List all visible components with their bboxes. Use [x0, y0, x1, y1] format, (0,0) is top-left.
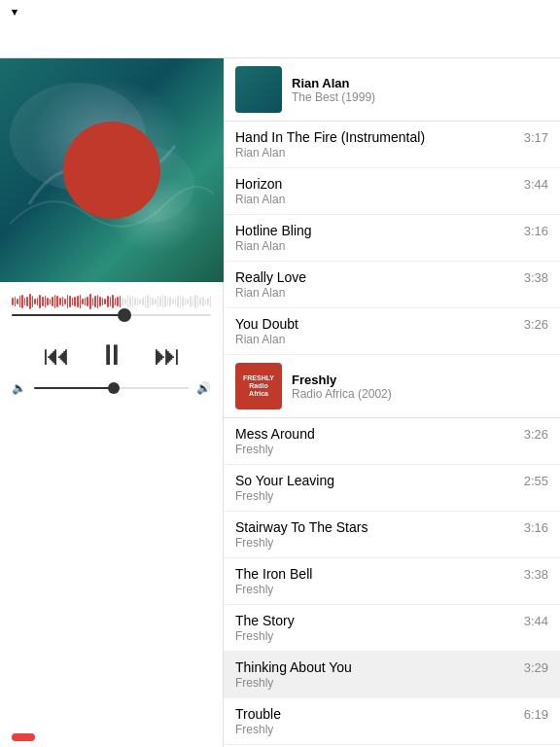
album-header-rian-name: Rian Alan — [292, 76, 375, 90]
carrier-text: ▾ — [12, 6, 18, 18]
repeat-button[interactable] — [12, 733, 35, 741]
album-thumb-freshly-bg: FRESHLYRadioAfrica — [235, 363, 282, 409]
player-panel: ⏮ ⏸ ⏭ 🔈 🔊 — [0, 58, 224, 747]
song-item[interactable]: Really Love 3:38 Rian Alan — [224, 262, 560, 308]
song-title: The Iron Bell — [235, 566, 312, 582]
song-artist: Freshly — [235, 676, 548, 690]
top-nav — [0, 23, 560, 58]
song-title: You Doubt — [235, 316, 298, 332]
song-artist: Rian Alan — [235, 193, 548, 206]
main-container: ⏮ ⏸ ⏭ 🔈 🔊 Rian Alan The — [0, 58, 560, 747]
pause-button[interactable]: ⏸ — [97, 338, 126, 372]
song-item-row: Stairway To The Stars 3:16 — [235, 519, 548, 535]
album-header-rian-year: The Best (1999) — [292, 90, 375, 104]
song-duration: 3:26 — [524, 427, 548, 442]
album-header-freshly: FRESHLYRadioAfrica Freshly Radio Africa … — [224, 355, 560, 418]
song-artist: Freshly — [235, 723, 548, 736]
song-item[interactable]: Horizon 3:44 Rian Alan — [224, 168, 560, 215]
song-item-row: Trouble 6:19 — [235, 706, 548, 722]
song-artist: Rian Alan — [235, 286, 548, 300]
song-duration: 3:38 — [524, 270, 548, 285]
song-artist: Freshly — [235, 629, 548, 643]
song-artist: Freshly — [235, 443, 548, 456]
song-title: Really Love — [235, 269, 306, 285]
song-title: Horizon — [235, 176, 282, 192]
track-info — [104, 324, 120, 333]
song-item-row: You Doubt 3:26 — [235, 316, 548, 332]
song-list-panel[interactable]: Rian Alan The Best (1999) Hand In The Fi… — [224, 58, 560, 747]
song-title: Mess Around — [235, 426, 315, 442]
bottom-actions — [0, 728, 223, 747]
song-item-row: So Your Leaving 2:55 — [235, 473, 548, 488]
fast-forward-button[interactable]: ⏭ — [154, 339, 181, 372]
song-item[interactable]: Hotline Bling 3:16 Rian Alan — [224, 215, 560, 262]
rewind-button[interactable]: ⏮ — [43, 339, 70, 372]
volume-max-icon: 🔊 — [196, 381, 211, 395]
song-item-row: Hotline Bling 3:16 — [235, 223, 548, 238]
song-title: So Your Leaving — [235, 473, 334, 488]
song-item[interactable]: Mess Around 3:26 Freshly — [224, 418, 560, 465]
album-header-freshly-name: Freshly — [292, 373, 392, 387]
progress-section — [0, 282, 223, 324]
song-item[interactable]: Thinking About You 3:29 Freshly — [224, 652, 560, 698]
volume-thumb[interactable] — [108, 382, 120, 394]
album-header-rian: Rian Alan The Best (1999) — [224, 58, 560, 122]
song-duration: 3:38 — [524, 567, 548, 582]
song-duration: 3:29 — [524, 660, 548, 675]
song-duration: 6:19 — [524, 707, 548, 722]
volume-min-icon: 🔈 — [12, 381, 26, 395]
song-duration: 3:16 — [524, 520, 548, 535]
album-header-rian-info: Rian Alan The Best (1999) — [292, 76, 375, 104]
song-item-row: Really Love 3:38 — [235, 269, 548, 285]
song-artist: Freshly — [235, 583, 548, 596]
song-artist: Freshly — [235, 536, 548, 550]
song-duration: 3:44 — [524, 177, 548, 192]
volume-track[interactable] — [34, 387, 189, 389]
song-artist: Rian Alan — [235, 239, 548, 253]
song-item-row: Hand In The Fire (Instrumental) 3:17 — [235, 129, 548, 145]
song-title: Stairway To The Stars — [235, 519, 368, 535]
song-duration: 3:44 — [524, 614, 548, 628]
playback-controls: ⏮ ⏸ ⏭ — [43, 333, 181, 377]
song-item-row: Mess Around 3:26 — [235, 426, 548, 442]
song-item[interactable]: Hand In The Fire (Instrumental) 3:17 Ria… — [224, 122, 560, 168]
seek-bar[interactable] — [12, 314, 211, 316]
status-bar: ▾ — [0, 0, 560, 23]
song-item-row: Horizon 3:44 — [235, 176, 548, 192]
song-title: Thinking About You — [235, 659, 352, 675]
song-duration: 2:55 — [524, 474, 548, 488]
album-thumb-rian — [235, 66, 282, 113]
waveform[interactable] — [12, 293, 211, 310]
song-title: Hand In The Fire (Instrumental) — [235, 129, 425, 145]
seek-fill — [12, 314, 122, 316]
song-title: The Story — [235, 613, 295, 628]
seek-thumb[interactable] — [118, 308, 131, 322]
song-duration: 3:17 — [524, 130, 548, 145]
song-item[interactable]: Stairway To The Stars 3:16 Freshly — [224, 512, 560, 558]
album-badge — [63, 122, 160, 219]
song-title: Hotline Bling — [235, 223, 312, 238]
song-item[interactable]: So Your Leaving 2:55 Freshly — [224, 465, 560, 512]
song-item[interactable]: You Doubt 3:26 Rian Alan — [224, 308, 560, 355]
song-item-row: Thinking About You 3:29 — [235, 659, 548, 675]
album-header-freshly-year: Radio Africa (2002) — [292, 387, 392, 401]
song-duration: 3:26 — [524, 317, 548, 332]
song-item-row: The Story 3:44 — [235, 613, 548, 628]
song-artist: Freshly — [235, 489, 548, 503]
song-duration: 3:16 — [524, 224, 548, 238]
song-item[interactable]: Trouble 6:19 Freshly — [224, 698, 560, 745]
volume-control: 🔈 🔊 — [0, 377, 223, 399]
song-item-row: The Iron Bell 3:38 — [235, 566, 548, 582]
album-header-freshly-info: Freshly Radio Africa (2002) — [292, 373, 392, 401]
album-art — [0, 58, 224, 282]
song-list: Hand In The Fire (Instrumental) 3:17 Ria… — [224, 122, 560, 747]
volume-fill — [34, 387, 112, 389]
song-artist: Rian Alan — [235, 333, 548, 346]
song-artist: Rian Alan — [235, 146, 548, 160]
song-title: Trouble — [235, 706, 281, 722]
song-item[interactable]: The Story 3:44 Freshly — [224, 605, 560, 652]
song-item[interactable]: The Iron Bell 3:38 Freshly — [224, 558, 560, 605]
album-thumb-freshly: FRESHLYRadioAfrica — [235, 363, 282, 409]
